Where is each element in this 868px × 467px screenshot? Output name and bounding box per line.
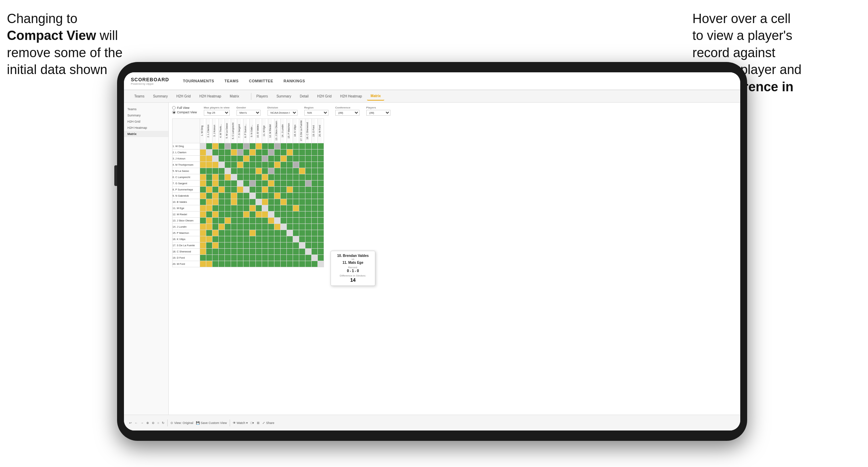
- tab-h2h-grid-2[interactable]: H2H Grid: [314, 92, 335, 100]
- matrix-cell[interactable]: [312, 193, 318, 199]
- matrix-cell[interactable]: [200, 143, 206, 149]
- matrix-cell[interactable]: [206, 261, 212, 267]
- zoom-in-btn[interactable]: ⊕: [146, 421, 149, 425]
- nav-committee[interactable]: COMMITTEE: [249, 77, 273, 84]
- matrix-cell[interactable]: [225, 205, 231, 211]
- matrix-cell[interactable]: [293, 156, 299, 162]
- nav-teams[interactable]: TEAMS: [224, 77, 239, 84]
- matrix-cell[interactable]: [318, 230, 324, 236]
- matrix-cell[interactable]: [262, 230, 268, 236]
- matrix-cell[interactable]: [293, 143, 299, 149]
- sidebar-summary[interactable]: Summary: [124, 112, 168, 118]
- matrix-cell[interactable]: [318, 143, 324, 149]
- matrix-cell[interactable]: [312, 236, 318, 242]
- matrix-cell[interactable]: [274, 249, 281, 255]
- matrix-cell[interactable]: [293, 149, 299, 156]
- matrix-cell[interactable]: [318, 255, 324, 261]
- watch-btn[interactable]: 👁 Watch ▾: [233, 421, 248, 425]
- matrix-cell[interactable]: [219, 174, 225, 180]
- matrix-cell[interactable]: [243, 180, 250, 187]
- fit-btn[interactable]: ○: [157, 421, 159, 425]
- matrix-cell[interactable]: [243, 224, 250, 230]
- gender-select[interactable]: Men's: [237, 110, 261, 116]
- matrix-cell[interactable]: [281, 242, 287, 249]
- matrix-cell[interactable]: [212, 187, 219, 193]
- matrix-cell[interactable]: [243, 211, 250, 218]
- matrix-cell[interactable]: [219, 162, 225, 168]
- matrix-cell[interactable]: [256, 249, 262, 255]
- matrix-cell[interactable]: [305, 255, 312, 261]
- matrix-cell[interactable]: [225, 187, 231, 193]
- matrix-cell[interactable]: [200, 168, 206, 174]
- matrix-cell[interactable]: [256, 236, 262, 242]
- matrix-cell[interactable]: [243, 187, 250, 193]
- matrix-cell[interactable]: [312, 242, 318, 249]
- matrix-cell[interactable]: [287, 162, 293, 168]
- matrix-cell[interactable]: [206, 199, 212, 205]
- matrix-cell[interactable]: [318, 193, 324, 199]
- matrix-cell[interactable]: [250, 199, 256, 205]
- matrix-cell[interactable]: [268, 230, 274, 236]
- matrix-cell[interactable]: [243, 199, 250, 205]
- matrix-cell[interactable]: [231, 236, 237, 242]
- matrix-cell[interactable]: [212, 261, 219, 267]
- matrix-cell[interactable]: [219, 149, 225, 156]
- matrix-cell[interactable]: [250, 255, 256, 261]
- matrix-cell[interactable]: [312, 199, 318, 205]
- matrix-cell[interactable]: [299, 156, 305, 162]
- matrix-cell[interactable]: [318, 249, 324, 255]
- matrix-cell[interactable]: [237, 187, 243, 193]
- matrix-cell[interactable]: [318, 174, 324, 180]
- matrix-cell[interactable]: [262, 205, 268, 211]
- matrix-cell[interactable]: [274, 224, 281, 230]
- matrix-cell[interactable]: [312, 255, 318, 261]
- matrix-cell[interactable]: [293, 180, 299, 187]
- matrix-cell[interactable]: [281, 193, 287, 199]
- matrix-cell[interactable]: [299, 193, 305, 199]
- tab-summary-2[interactable]: Summary: [273, 92, 295, 100]
- matrix-cell[interactable]: [237, 143, 243, 149]
- matrix-cell[interactable]: [293, 224, 299, 230]
- matrix-cell[interactable]: [293, 168, 299, 174]
- matrix-cell[interactable]: [237, 218, 243, 224]
- max-players-select[interactable]: Top 25: [204, 110, 230, 116]
- tab-summary[interactable]: Summary: [149, 92, 171, 100]
- nav-rankings[interactable]: RANKINGS: [283, 77, 305, 84]
- matrix-cell[interactable]: [281, 230, 287, 236]
- matrix-cell[interactable]: [281, 174, 287, 180]
- matrix-cell[interactable]: [305, 224, 312, 230]
- matrix-cell[interactable]: [305, 156, 312, 162]
- matrix-cell[interactable]: [293, 249, 299, 255]
- matrix-cell[interactable]: [231, 149, 237, 156]
- matrix-cell[interactable]: [299, 187, 305, 193]
- matrix-cell[interactable]: [312, 261, 318, 267]
- matrix-cell[interactable]: [225, 236, 231, 242]
- matrix-cell[interactable]: [243, 255, 250, 261]
- matrix-cell[interactable]: [206, 193, 212, 199]
- matrix-cell[interactable]: [212, 143, 219, 149]
- matrix-cell[interactable]: [299, 224, 305, 230]
- matrix-cell[interactable]: [293, 218, 299, 224]
- tab-teams[interactable]: Teams: [131, 92, 148, 100]
- matrix-cell[interactable]: [274, 261, 281, 267]
- sidebar-h2h-grid[interactable]: H2H Grid: [124, 118, 168, 125]
- matrix-cell[interactable]: [237, 149, 243, 156]
- matrix-cell[interactable]: [299, 218, 305, 224]
- matrix-cell[interactable]: [305, 199, 312, 205]
- nav-tournaments[interactable]: TOURNAMENTS: [183, 77, 214, 84]
- matrix-cell[interactable]: [293, 174, 299, 180]
- matrix-cell[interactable]: [256, 224, 262, 230]
- matrix-cell[interactable]: [281, 143, 287, 149]
- matrix-cell[interactable]: [212, 218, 219, 224]
- matrix-cell[interactable]: [287, 156, 293, 162]
- matrix-cell[interactable]: [250, 211, 256, 218]
- matrix-cell[interactable]: [206, 242, 212, 249]
- matrix-cell[interactable]: [305, 162, 312, 168]
- matrix-cell[interactable]: [237, 205, 243, 211]
- matrix-cell[interactable]: [312, 218, 318, 224]
- matrix-cell[interactable]: [312, 205, 318, 211]
- matrix-cell[interactable]: [318, 224, 324, 230]
- matrix-cell[interactable]: [212, 199, 219, 205]
- matrix-cell[interactable]: [256, 187, 262, 193]
- matrix-cell[interactable]: [237, 242, 243, 249]
